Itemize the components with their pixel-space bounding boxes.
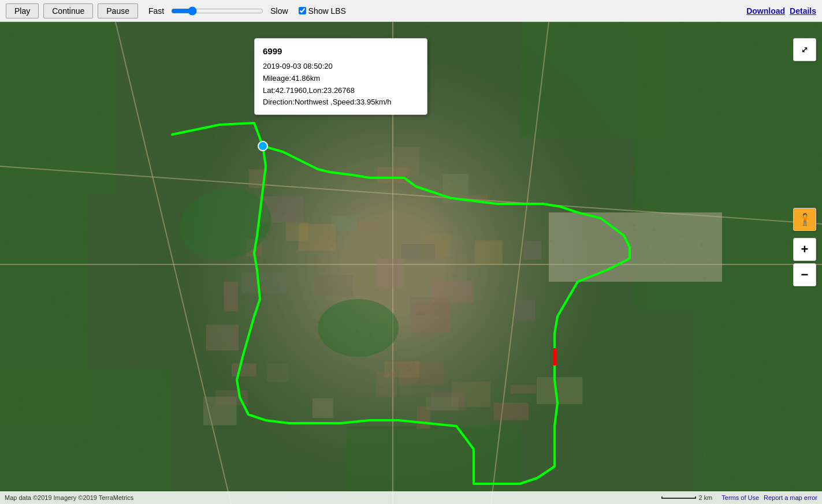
speed-slider[interactable]	[171, 6, 263, 16]
map-controls: ⤢ 🧍 + −	[793, 38, 816, 286]
show-lbs-container: Show LBS	[299, 6, 346, 16]
map-container[interactable]: 6999 2019-09-03 08:50:20 Mileage:41.86km…	[0, 22, 822, 504]
pause-button[interactable]: Pause	[98, 3, 138, 18]
scale-label: 2 km	[698, 494, 712, 501]
terms-link[interactable]: Terms of Use	[721, 494, 759, 501]
popup-mileage: Mileage:41.86km	[263, 73, 419, 85]
continue-button[interactable]: Continue	[43, 3, 93, 18]
toolbar: Play Continue Pause Fast Slow Show LBS D…	[0, 0, 822, 22]
attribution-text: Map data ©2019 Imagery ©2019 TerraMetric…	[5, 494, 133, 501]
details-link[interactable]: Details	[790, 6, 816, 16]
info-popup: 6999 2019-09-03 08:50:20 Mileage:41.86km…	[254, 38, 427, 115]
show-lbs-checkbox[interactable]	[299, 7, 306, 14]
attribution-links: Terms of Use Report a map error	[721, 494, 817, 501]
popup-latlon: Lat:42.71960,Lon:23.26768	[263, 85, 419, 97]
map-attribution: Map data ©2019 Imagery ©2019 TerraMetric…	[0, 491, 822, 504]
scale-bar: 2 km	[661, 494, 712, 501]
slow-label: Slow	[270, 6, 288, 16]
report-link[interactable]: Report a map error	[764, 494, 817, 501]
scale-line	[661, 496, 696, 499]
play-button[interactable]: Play	[6, 3, 39, 18]
popup-direction-speed: Direction:Northwest ,Speed:33.95km/h	[263, 96, 419, 109]
zoom-out-button[interactable]: −	[793, 263, 816, 286]
street-view-button[interactable]: 🧍	[793, 208, 816, 231]
popup-id: 6999	[263, 44, 419, 58]
fullscreen-button[interactable]: ⤢	[793, 38, 816, 61]
show-lbs-label: Show LBS	[308, 6, 346, 16]
fast-label: Fast	[148, 6, 164, 16]
download-link[interactable]: Download	[746, 6, 785, 16]
popup-datetime: 2019-09-03 08:50:20	[263, 61, 419, 73]
zoom-in-button[interactable]: +	[793, 238, 816, 261]
